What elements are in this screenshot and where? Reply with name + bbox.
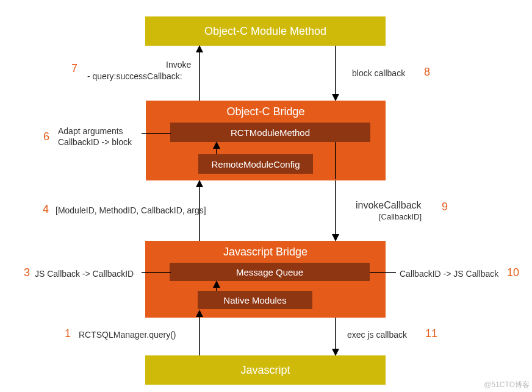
- step-5-num: 5: [180, 158, 186, 171]
- step-8-num: 8: [424, 66, 430, 79]
- js-bridge-title: Javascript Bridge: [145, 246, 386, 258]
- objc-module-method-label: Object-C Module Method: [204, 25, 326, 38]
- step-3-label: JS Callback -> CallbackID: [35, 268, 134, 280]
- watermark: @51CTO博客: [484, 380, 530, 390]
- step-1-label: RCTSQLManager.query(): [79, 329, 176, 341]
- step-1-num: 1: [65, 327, 71, 340]
- objc-module-method-box: Object-C Module Method: [145, 16, 386, 46]
- step-10-num: 10: [507, 266, 519, 279]
- step-6b-label: CallbackID -> block: [58, 137, 132, 148]
- message-queue-box: Message Queue: [170, 263, 370, 281]
- step-4-label: [ModuleID, MethodID, CallbackID, args]: [56, 205, 206, 216]
- native-modules-label: Native Modules: [223, 295, 286, 305]
- javascript-box: Javascript: [145, 355, 386, 385]
- remote-module-config-label: RemoteModuleConfig: [211, 159, 300, 169]
- javascript-label: Javascript: [240, 364, 290, 377]
- step-8-label: block callback: [352, 68, 405, 79]
- remote-module-config-box: RemoteModuleConfig: [198, 154, 313, 174]
- step-9b-label: [CallbackID]: [379, 212, 422, 223]
- step-7a-label: Invoke: [166, 59, 191, 71]
- step-10-label: CallbackID -> JS Callback: [400, 268, 498, 280]
- native-modules-box: Native Modules: [198, 291, 312, 309]
- step-7-num: 7: [71, 62, 77, 75]
- js-bridge-box: Javascript Bridge Message Queue Native M…: [145, 241, 386, 318]
- rct-module-method-box: RCTModuleMethod: [170, 123, 370, 142]
- step-7b-label: - query:successCallback:: [87, 71, 182, 82]
- rct-module-method-label: RCTModuleMethod: [231, 127, 310, 138]
- step-4-num: 4: [43, 203, 49, 216]
- step-2-num: 2: [154, 294, 160, 307]
- step-6a-label: Adapt arguments: [58, 126, 123, 137]
- step-9a-label: invokeCallback: [356, 199, 422, 212]
- objc-bridge-title: Object-C Bridge: [146, 105, 386, 118]
- step-11-num: 11: [425, 327, 437, 340]
- message-queue-label: Message Queue: [236, 267, 303, 277]
- step-6-num: 6: [43, 130, 49, 143]
- step-9-num: 9: [442, 201, 448, 213]
- step-11-label: exec js callback: [347, 329, 407, 341]
- step-3-num: 3: [24, 266, 30, 279]
